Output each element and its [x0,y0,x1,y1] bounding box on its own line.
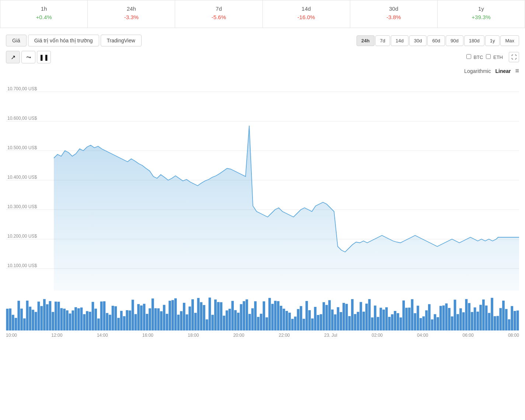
svg-text:10.200,00 US$: 10.200,00 US$ [7,234,37,239]
svg-rect-98 [246,300,248,330]
svg-rect-137 [357,312,359,330]
svg-rect-85 [209,298,211,330]
period-change-30d: -3.8% [353,12,434,25]
svg-rect-139 [362,312,365,330]
eth-checkbox[interactable] [486,54,491,59]
time-btn-30d[interactable]: 30d [409,35,427,46]
svg-rect-176 [468,303,470,330]
time-btn-14d[interactable]: 14d [391,35,408,46]
candlestick-chart-btn[interactable]: ❚❚ [37,51,51,63]
svg-text:10.500,00 US$: 10.500,00 US$ [7,145,37,150]
chart-container: 10.700,00 US$ 10.600,00 US$ 10.500,00 US… [6,77,519,291]
svg-rect-78 [188,307,191,330]
svg-rect-172 [456,314,459,330]
menu-icon[interactable]: ≡ [515,67,519,75]
svg-rect-102 [257,317,260,330]
svg-rect-136 [354,314,357,330]
scale-row: Logarithmic Linear ≡ [0,66,525,76]
svg-rect-148 [388,317,391,330]
tab-giá-trị-vốn-hóa-thị-trường[interactable]: Giá trị vốn hóa thị trường [28,35,99,46]
smooth-chart-btn[interactable]: ⤳ [21,51,35,63]
svg-rect-84 [206,319,208,330]
logarithmic-option[interactable]: Logarithmic [464,68,491,74]
svg-rect-170 [451,316,453,330]
svg-rect-106 [268,298,271,330]
svg-text:10.400,00 US$: 10.400,00 US$ [7,175,37,180]
period-cell-30d[interactable]: 30d-3.8% [350,0,437,28]
svg-rect-95 [237,313,240,330]
svg-rect-171 [454,300,456,330]
svg-rect-135 [351,299,354,330]
svg-text:10.700,00 US$: 10.700,00 US$ [7,86,37,91]
svg-rect-28 [46,304,49,330]
svg-rect-123 [317,315,319,330]
time-btn-max[interactable]: Max [500,35,519,46]
svg-rect-125 [323,302,325,330]
svg-rect-191 [511,306,513,330]
svg-rect-33 [60,308,63,330]
svg-rect-21 [26,301,29,330]
svg-rect-173 [459,308,462,330]
svg-rect-110 [280,306,282,330]
svg-rect-47 [100,301,103,330]
svg-rect-140 [365,304,368,330]
time-btn-90d[interactable]: 90d [446,35,463,46]
time-label: 18:00 [188,333,199,338]
tab-giá[interactable]: Giá [6,35,27,46]
svg-rect-161 [425,310,428,330]
time-btn-7d[interactable]: 7d [375,35,390,46]
svg-rect-53 [117,318,120,330]
tab-tradingview[interactable]: TradingView [101,35,142,46]
btc-compare-label[interactable]: BTC [466,54,483,60]
svg-rect-68 [160,311,163,330]
svg-rect-133 [345,304,348,330]
svg-rect-121 [311,318,314,330]
svg-rect-149 [391,314,394,330]
svg-rect-61 [140,305,143,330]
svg-rect-99 [248,314,251,330]
svg-rect-27 [43,299,46,330]
svg-rect-134 [348,316,351,330]
svg-rect-157 [414,313,416,330]
svg-rect-109 [277,301,279,330]
svg-rect-66 [154,308,157,330]
svg-rect-44 [92,302,94,330]
time-group: 24h7d14d30d60d90d180d1yMax [357,35,519,46]
time-btn-60d[interactable]: 60d [427,35,445,46]
svg-rect-185 [494,316,496,330]
svg-rect-31 [55,302,57,330]
svg-rect-34 [63,309,66,330]
area-chart-btn[interactable]: ↗ [6,51,20,63]
svg-rect-56 [126,310,128,330]
period-cell-24h[interactable]: 24h-3.3% [87,0,175,28]
svg-rect-30 [52,312,54,330]
svg-rect-51 [112,306,114,330]
svg-rect-159 [420,318,422,330]
period-cell-1y[interactable]: 1y+39.3% [437,0,525,28]
svg-rect-74 [177,315,180,330]
time-label: 08:00 [508,333,519,338]
time-btn-180d[interactable]: 180d [464,35,484,46]
fullscreen-button[interactable]: ⛶ [509,52,519,62]
eth-compare-label[interactable]: ETH [486,54,503,60]
svg-rect-81 [197,298,200,330]
svg-rect-96 [240,304,243,330]
period-cell-1h[interactable]: 1h+0.4% [0,0,87,28]
svg-rect-90 [223,316,225,330]
svg-rect-29 [49,301,52,330]
svg-rect-17 [15,318,17,330]
chart-type-group: ↗⤳❚❚ [6,51,51,63]
svg-rect-55 [123,316,126,330]
svg-rect-93 [231,301,234,330]
time-btn-1y[interactable]: 1y [485,35,500,46]
linear-option[interactable]: Linear [495,68,511,74]
chart-right-controls: BTC ETH ⛶ [466,52,519,62]
time-btn-24h[interactable]: 24h [357,35,374,46]
svg-rect-163 [431,319,434,330]
period-cell-14d[interactable]: 14d-16.0% [262,0,350,28]
btc-checkbox[interactable] [466,54,471,59]
chart-tools-row: ↗⤳❚❚ BTC ETH ⛶ [0,49,525,66]
period-cell-7d[interactable]: 7d-5.6% [175,0,262,28]
svg-rect-153 [402,301,405,330]
svg-rect-158 [417,306,419,330]
